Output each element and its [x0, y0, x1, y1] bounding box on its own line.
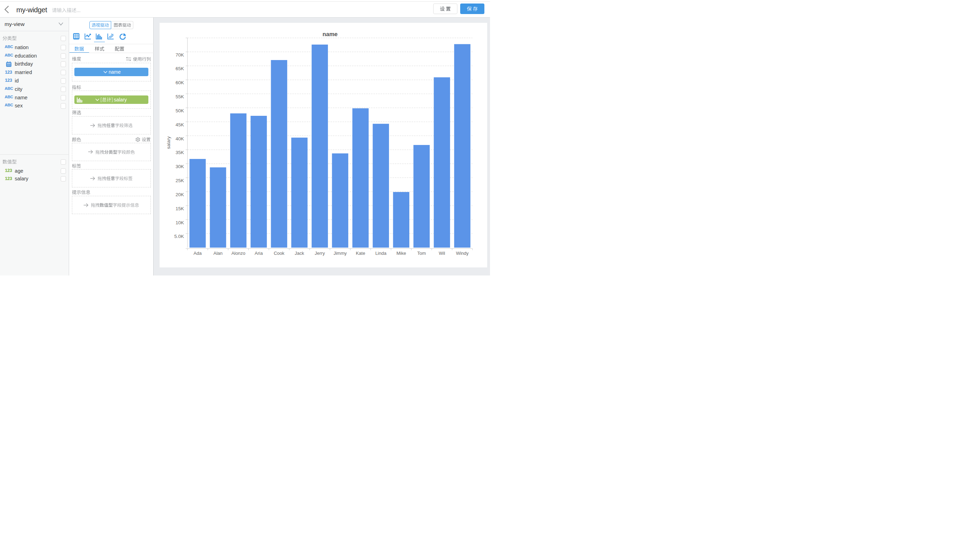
svg-text:60K: 60K [175, 80, 184, 85]
svg-text:Wil: Wil [439, 251, 445, 256]
svg-text:salary: salary [166, 136, 171, 149]
svg-text:40K: 40K [175, 136, 184, 142]
svg-text:30K: 30K [175, 164, 184, 169]
svg-text:Jerry: Jerry [315, 251, 325, 256]
svg-text:Mike: Mike [396, 251, 406, 256]
svg-text:55K: 55K [175, 94, 184, 99]
svg-text:25K: 25K [175, 178, 184, 183]
svg-text:Windy: Windy [456, 251, 469, 256]
svg-text:10K: 10K [175, 220, 184, 225]
svg-text:Kate: Kate [356, 251, 365, 256]
svg-text:65K: 65K [175, 66, 184, 71]
svg-text:Cook: Cook [274, 251, 285, 256]
svg-text:Ada: Ada [194, 251, 202, 256]
svg-text:20K: 20K [175, 192, 184, 197]
svg-text:50K: 50K [175, 108, 184, 113]
svg-text:Linda: Linda [375, 251, 387, 256]
svg-text:Jack: Jack [294, 251, 304, 256]
svg-text:45K: 45K [175, 122, 184, 127]
svg-text:Alonzo: Alonzo [232, 251, 245, 256]
svg-text:Jimmy: Jimmy [334, 251, 347, 256]
svg-text:35K: 35K [175, 150, 184, 155]
svg-text:15K: 15K [175, 206, 184, 211]
svg-text:Tom: Tom [417, 251, 426, 256]
svg-text:name: name [322, 31, 337, 37]
svg-text:Alan: Alan [213, 251, 223, 256]
svg-text:70K: 70K [175, 52, 184, 57]
svg-text:Aria: Aria [255, 251, 263, 256]
svg-text:5.0K: 5.0K [174, 234, 184, 239]
